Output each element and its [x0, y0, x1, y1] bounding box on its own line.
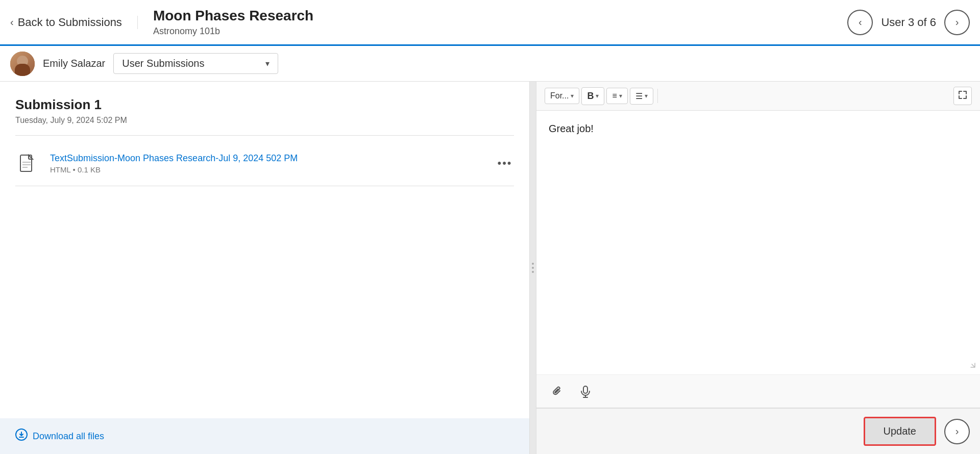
file-meta: HTML • 0.1 KB [50, 165, 485, 174]
update-button[interactable]: Update [864, 417, 937, 446]
nav-controls: ‹ User 3 of 6 › [847, 10, 970, 35]
dropdown-label: User Submissions [122, 58, 204, 69]
main-content: Submission 1 Tuesday, July 9, 2024 5:02 … [0, 82, 980, 454]
next-user-button[interactable]: › [944, 10, 970, 35]
resize-dots [532, 263, 534, 273]
next-icon: › [955, 16, 959, 28]
resize-corner-icon [968, 360, 976, 370]
file-icon [15, 151, 40, 175]
avatar [10, 52, 35, 76]
prev-user-button[interactable]: ‹ [847, 10, 873, 35]
toolbar-separator [657, 89, 658, 103]
download-all-label: Download all files [33, 431, 104, 442]
sub-header: Emily Salazar User Submissions ▾ [0, 46, 980, 82]
back-to-submissions-button[interactable]: ‹ Back to Submissions [10, 16, 138, 29]
dropdown-arrow-icon: ▾ [265, 59, 270, 68]
attach-button[interactable] [547, 381, 567, 401]
back-label: Back to Submissions [18, 16, 122, 29]
submission-date: Tuesday, July 9, 2024 5:02 PM [15, 116, 514, 125]
bottom-next-icon: › [955, 425, 959, 437]
file-row: TextSubmission-Moon Phases Research-Jul … [15, 146, 514, 181]
download-icon [15, 428, 28, 444]
file-info: TextSubmission-Moon Phases Research-Jul … [50, 153, 485, 174]
file-type: HTML [50, 165, 70, 174]
editor-text: Great job! [549, 123, 968, 135]
format-chevron-icon: ▾ [571, 92, 574, 99]
resize-dot-1 [532, 263, 534, 265]
expand-button[interactable] [953, 87, 972, 105]
assignment-subtitle: Astronomy 101b [153, 26, 848, 37]
download-section: Download all files [0, 418, 529, 454]
user-counter: User 3 of 6 [881, 16, 936, 29]
align-icon: ≡ [612, 91, 617, 100]
back-arrow-icon: ‹ [10, 16, 14, 28]
user-name: Emily Salazar [43, 58, 105, 69]
bottom-next-button[interactable]: › [944, 419, 970, 444]
top-header: ‹ Back to Submissions Moon Phases Resear… [0, 0, 980, 46]
resize-handle[interactable] [530, 82, 536, 454]
avatar-image [10, 52, 35, 76]
title-section: Moon Phases Research Astronomy 101b [138, 8, 848, 37]
bold-chevron-icon: ▾ [596, 92, 599, 99]
download-all-link[interactable]: Download all files [15, 428, 104, 444]
bold-icon: B [587, 91, 594, 102]
list-button[interactable]: ☰ ▾ [630, 88, 653, 105]
divider-bottom [15, 186, 514, 186]
file-meta-dot: • [72, 165, 75, 174]
resize-dot-3 [532, 271, 534, 273]
submissions-dropdown[interactable]: User Submissions ▾ [113, 53, 278, 74]
list-icon: ☰ [635, 91, 643, 101]
expand-icon [958, 90, 968, 103]
left-panel: Submission 1 Tuesday, July 9, 2024 5:02 … [0, 82, 530, 454]
resize-dot-2 [532, 267, 534, 269]
svg-rect-6 [583, 386, 587, 393]
format-dropdown-button[interactable]: For... ▾ [545, 88, 579, 104]
submission-title: Submission 1 [15, 97, 514, 113]
bottom-action-bar: Update › [536, 408, 980, 454]
list-chevron-icon: ▾ [645, 92, 648, 99]
editor-content[interactable]: Great job! [536, 111, 980, 375]
file-name[interactable]: TextSubmission-Moon Phases Research-Jul … [50, 153, 485, 164]
assignment-title: Moon Phases Research [153, 8, 848, 24]
format-label: For... [550, 91, 569, 100]
file-size: 0.1 KB [78, 165, 101, 174]
mic-button[interactable] [575, 381, 596, 401]
more-icon: ••• [497, 157, 512, 170]
file-more-button[interactable]: ••• [496, 154, 514, 172]
editor-toolbar: For... ▾ B ▾ ≡ ▾ ☰ ▾ [536, 82, 980, 111]
divider-top [15, 135, 514, 136]
editor-footer [536, 375, 980, 408]
submission-area: Submission 1 Tuesday, July 9, 2024 5:02 … [0, 82, 529, 418]
align-button[interactable]: ≡ ▾ [606, 88, 627, 104]
align-chevron-icon: ▾ [619, 92, 622, 99]
bold-button[interactable]: B ▾ [581, 87, 604, 105]
right-panel: For... ▾ B ▾ ≡ ▾ ☰ ▾ [536, 82, 980, 454]
prev-icon: ‹ [859, 16, 862, 28]
